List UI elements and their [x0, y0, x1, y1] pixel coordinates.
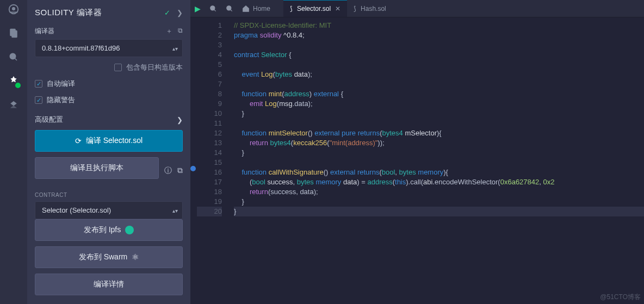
editor-tabs: ⟆ Selector.sol ✕ ⟆ Hash.sol	[283, 0, 393, 17]
swarm-icon: ⚛	[132, 252, 139, 262]
breakpoint-marker[interactable]	[190, 166, 196, 171]
add-compiler-icon[interactable]: ＋	[166, 27, 172, 36]
updown-icon: ▴▾	[172, 45, 178, 51]
breakpoint-column[interactable]	[190, 17, 197, 304]
svg-rect-3	[12, 31, 17, 38]
details-label: 编译详情	[94, 280, 124, 289]
tab-selector-sol[interactable]: ⟆ Selector.sol ✕	[283, 0, 347, 17]
icon-sidebar	[0, 0, 27, 304]
status-check-icon: ✓	[164, 9, 170, 17]
deploy-icon[interactable]	[8, 99, 20, 111]
advanced-label: 高级配置	[35, 115, 63, 125]
compiler-label: 编译器	[35, 27, 54, 36]
contract-select[interactable]: Selector (Selector.sol) ▴▾	[35, 201, 183, 219]
hide-warnings-label: 隐藏警告	[47, 95, 75, 105]
svg-point-4	[10, 53, 16, 59]
watermark: @51CTO博客	[600, 293, 641, 302]
files-icon[interactable]	[8, 27, 20, 39]
tab-label: Hash.sol	[361, 5, 386, 13]
editor-area: ▶ Home ⟆ Selector.sol ✕ ⟆ Hash.sol	[190, 0, 644, 304]
publish-swarm-label: 发布到 Swarm	[79, 252, 127, 262]
home-button[interactable]: Home	[242, 5, 270, 13]
contract-select-value: Selector (Selector.sol)	[42, 206, 111, 214]
line-gutter: 1234567891011121314151617181920	[197, 17, 230, 304]
run-icon[interactable]: ▶	[195, 4, 201, 13]
code-editor[interactable]: // SPDX-License-Identifier: MITpragma so…	[230, 17, 644, 304]
tab-hash-sol[interactable]: ⟆ Hash.sol	[347, 0, 393, 17]
info-icon[interactable]: ⓘ	[164, 166, 172, 176]
contract-label: CONTRACT	[35, 192, 183, 198]
updown-icon: ▴▾	[172, 207, 178, 213]
compiler-panel: SOLIDITY 编译器 ✓ ❯ 编译器 ＋ ⧉ 0.8.18+commit.8…	[27, 0, 190, 304]
editor-toolbar: ▶ Home ⟆ Selector.sol ✕ ⟆ Hash.sol	[190, 0, 644, 17]
compile-button[interactable]: ⟳ 编译 Selector.sol	[35, 130, 183, 152]
auto-compile-checkbox[interactable]	[35, 80, 42, 88]
compiler-icon[interactable]	[8, 75, 20, 87]
auto-compile-label: 自动编译	[47, 79, 75, 89]
compilation-details-button[interactable]: 编译详情	[35, 274, 183, 295]
compile-run-label: 编译且执行脚本	[70, 163, 123, 173]
refresh-icon: ⟳	[75, 137, 82, 145]
ipfs-icon	[125, 226, 134, 234]
publish-ipfs-label: 发布到 Ipfs	[84, 225, 121, 235]
chevron-right-icon[interactable]: ❯	[177, 9, 183, 17]
solidity-icon: ⟆	[290, 5, 293, 13]
zoom-in-icon[interactable]	[226, 5, 233, 13]
compiler-version-value: 0.8.18+commit.87f61d96	[42, 44, 120, 52]
home-label: Home	[253, 5, 270, 13]
search-icon[interactable]	[8, 51, 20, 63]
compiler-version-select[interactable]: 0.8.18+commit.87f61d96 ▴▾	[35, 39, 183, 57]
panel-title: SOLIDITY 编译器	[35, 8, 102, 18]
close-icon[interactable]: ✕	[335, 5, 340, 13]
svg-point-1	[12, 7, 15, 10]
publish-ipfs-button[interactable]: 发布到 Ipfs	[35, 219, 183, 241]
nightly-label: 包含每日构造版本	[126, 63, 183, 72]
nightly-checkbox[interactable]	[114, 64, 122, 71]
compile-run-button[interactable]: 编译且执行脚本	[35, 157, 159, 179]
chevron-right-icon: ❯	[177, 116, 183, 124]
copy-icon[interactable]: ⧉	[178, 27, 183, 36]
logo-icon[interactable]	[8, 3, 20, 15]
zoom-out-icon[interactable]	[209, 5, 217, 13]
publish-swarm-button[interactable]: 发布到 Swarm ⚛	[35, 246, 183, 268]
copy-icon[interactable]: ⧉	[177, 166, 183, 176]
tab-label: Selector.sol	[297, 5, 331, 13]
compile-button-label: 编译 Selector.sol	[86, 136, 143, 146]
solidity-icon: ⟆	[354, 5, 356, 13]
hide-warnings-checkbox[interactable]	[35, 96, 42, 104]
advanced-config-toggle[interactable]: 高级配置 ❯	[35, 115, 183, 125]
